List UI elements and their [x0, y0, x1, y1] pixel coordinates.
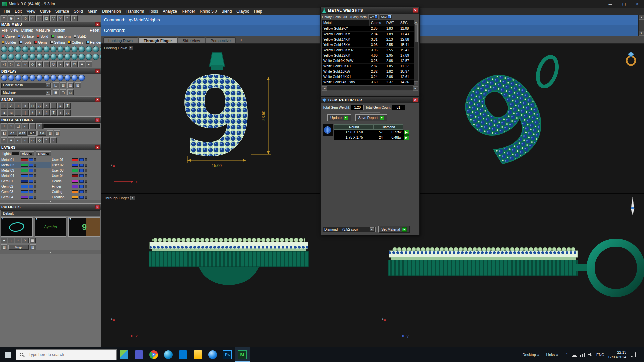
menu-view[interactable]: View	[24, 9, 38, 14]
snap-icon[interactable]: #	[43, 110, 50, 116]
toolbar-icon[interactable]	[86, 46, 92, 52]
layer-material-chip[interactable]	[79, 164, 84, 167]
layer-row-metal-01[interactable]: Metal 01	[0, 157, 51, 162]
info-icon[interactable]: ×	[50, 137, 57, 143]
snap-icon[interactable]: =	[50, 103, 57, 109]
main-menu-item-measure[interactable]: Measure	[36, 28, 50, 32]
shortcut-render[interactable]: Render	[86, 40, 101, 44]
snap-icon[interactable]: ◎	[8, 110, 14, 116]
snap-value-0-5[interactable]: 0.5	[28, 131, 37, 136]
display-mode-icon[interactable]	[71, 75, 78, 81]
toolbar-icon[interactable]: △	[15, 61, 21, 67]
display-option-icon[interactable]: ▣	[53, 89, 59, 95]
toolbar-icon[interactable]: ≡	[64, 15, 71, 21]
display-option-icon[interactable]: ▦	[67, 82, 74, 88]
layer-color-chip[interactable]	[21, 190, 28, 193]
display-mode-icon[interactable]	[22, 75, 29, 81]
display-option-icon[interactable]: ▢	[60, 89, 66, 95]
shortcut-surface[interactable]: Surface	[18, 34, 34, 38]
toolbar-icon[interactable]	[15, 54, 21, 60]
shortcut-tools[interactable]: Tools	[19, 40, 32, 44]
info-icon[interactable]: ?	[8, 123, 14, 129]
toolbar-icon[interactable]	[50, 46, 57, 52]
save-report-button[interactable]: Save Report ▶	[355, 114, 387, 121]
machine-dropdown[interactable]: Machine ▼	[1, 90, 52, 95]
taskbar-app-matrix[interactable]: M	[235, 347, 250, 362]
metal-weights-scrollbar[interactable]: ▲ ▼	[414, 20, 418, 85]
layer-material-chip[interactable]	[29, 164, 33, 167]
snap-icon[interactable]: —	[15, 110, 21, 116]
display-option-icon[interactable]: □	[67, 89, 74, 95]
gem-reporter-close-icon[interactable]: ✕	[413, 98, 418, 102]
snap-value-0-25[interactable]: 0.25	[18, 131, 27, 136]
metal-row-white-gold-14kx1[interactable]: White Gold:14KX13.242.0812.61	[322, 74, 418, 80]
layer-material-chip[interactable]	[29, 185, 33, 188]
taskbar-app-explorer[interactable]	[191, 347, 205, 362]
material-dropdown[interactable]: Diamond (3.52 spg) ▼	[323, 227, 376, 232]
new-viewport-tab-icon[interactable]: +	[238, 37, 245, 43]
toolbar-icon[interactable]	[78, 54, 85, 60]
taskbar-app-store[interactable]	[176, 347, 191, 362]
layer-row-gem-01[interactable]: Gem 01	[0, 178, 51, 184]
toolbar-icon[interactable]: ◁	[1, 61, 7, 67]
start-button[interactable]	[0, 347, 16, 362]
layer-material-chip[interactable]	[29, 190, 33, 193]
viewport-tab-looking-down[interactable]: Looking Down	[103, 37, 138, 43]
toolbar-icon[interactable]: ○	[36, 15, 43, 21]
display-mode-icon[interactable]	[64, 75, 71, 81]
layer-material-chip[interactable]	[79, 180, 84, 183]
layer-row-metal-04[interactable]: Metal 04	[0, 173, 51, 178]
snap-icon[interactable]: +	[1, 103, 7, 109]
metal-row-yellow-gold-18ky-r[interactable]: Yellow Gold:18KY R...3.962.5515.41	[322, 48, 418, 53]
pendant-side-view-with-bail[interactable]	[388, 236, 644, 313]
layer-material-chip[interactable]	[79, 158, 84, 161]
menu-blend[interactable]: Blend	[219, 9, 234, 14]
toolbar-icon[interactable]: ◉	[8, 15, 14, 21]
snap-icon[interactable]: /	[29, 110, 36, 116]
minimize-button[interactable]: —	[604, 0, 617, 8]
display-mode-icon[interactable]	[57, 75, 64, 81]
toolbar-icon[interactable]	[100, 46, 101, 52]
info-icon[interactable]: ◇	[36, 137, 43, 143]
layer-row-gem-04[interactable]: Gem 04	[0, 194, 51, 200]
toolbar-icon[interactable]: ⌂	[29, 15, 36, 21]
metal-row-white-gold-14k-pdw[interactable]: White Gold:14K PdW3.692.3714.36	[322, 80, 418, 85]
gem-reporter-splitter[interactable]	[321, 111, 419, 114]
main-menu-item-reset[interactable]: Reset	[90, 28, 99, 32]
viewport-tab-side-view[interactable]: Side View	[178, 37, 205, 43]
metal-row-yellow-gold-9ky[interactable]: Yellow Gold:9KY2.851.8311.08	[322, 26, 418, 32]
display-mode-icon[interactable]	[8, 75, 14, 81]
display-close-icon[interactable]: ✕	[95, 69, 100, 73]
project-grid-icon[interactable]: ▦	[30, 244, 36, 250]
volume-icon[interactable]	[588, 353, 593, 357]
toolbar-icon[interactable]	[22, 54, 29, 60]
layer-material-chip[interactable]	[79, 190, 84, 193]
display-option-icon[interactable]: ▤	[53, 82, 59, 88]
toolbar-icon[interactable]	[57, 46, 64, 52]
display-mode-icon[interactable]	[36, 75, 43, 81]
toolbar-icon[interactable]: ▲	[15, 15, 21, 21]
taskbar-app-teams[interactable]	[131, 347, 146, 362]
menu-surface[interactable]: Surface	[53, 9, 71, 14]
layer-lock-chip[interactable]	[34, 169, 36, 172]
ring-tool-icon[interactable]	[624, 51, 638, 67]
layer-lock-chip[interactable]	[34, 185, 36, 188]
layer-lock-chip[interactable]	[85, 169, 87, 172]
toolbar-icon[interactable]	[8, 54, 14, 60]
layer-row-cutting[interactable]: Cutting	[51, 189, 101, 194]
project-thumb-2[interactable]: 2Ayesha	[35, 217, 66, 237]
menu-curve[interactable]: Curve	[38, 9, 53, 14]
display-mode-icon[interactable]	[29, 75, 36, 81]
layer-lock-chip[interactable]	[34, 190, 36, 193]
info-settings-close-icon[interactable]: ✕	[95, 118, 100, 122]
metal-row-yellow-gold-18ky[interactable]: Yellow Gold:18KY3.962.5515.41	[322, 42, 418, 48]
info-icon[interactable]: ○	[22, 137, 29, 143]
project-thumb-3[interactable]: 39	[68, 217, 100, 237]
toolbar-icon[interactable]	[36, 46, 43, 52]
layer-lock-chip[interactable]	[34, 196, 36, 199]
layer-color-chip[interactable]	[21, 169, 28, 172]
shortcut-gems[interactable]: Gems	[34, 40, 47, 44]
layer-lock-chip[interactable]	[85, 185, 87, 188]
layer-row-user-03[interactable]: User 03	[51, 168, 101, 173]
toolbar-icon[interactable]: ○	[43, 61, 50, 67]
